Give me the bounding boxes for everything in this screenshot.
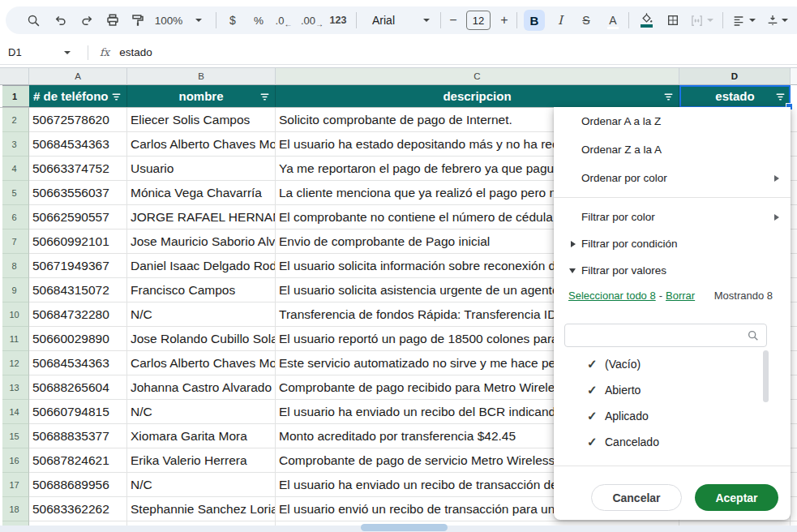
header-cell-nombre[interactable]: nombre: [127, 85, 276, 107]
font-select[interactable]: Arial: [367, 6, 400, 34]
cell[interactable]: 50683362262: [29, 497, 127, 521]
header-cell-descripcion[interactable]: descripcion: [276, 85, 679, 107]
cell[interactable]: Carlos Alberto Chaves Mora: [127, 351, 276, 375]
filter-value-abierto[interactable]: ✓Abierto: [554, 378, 791, 402]
row-header[interactable]: 6: [0, 205, 29, 230]
cell[interactable]: [791, 375, 797, 400]
filter-icon[interactable]: [663, 91, 674, 105]
cell[interactable]: [791, 302, 797, 327]
cell[interactable]: 50660794815: [29, 400, 127, 424]
filter-search-input[interactable]: [564, 324, 767, 347]
menu-item-sort-by-color[interactable]: Ordenar por color: [554, 164, 791, 192]
cell[interactable]: Johanna Castro Alvarado: [127, 375, 276, 400]
cell[interactable]: [791, 497, 797, 521]
menu-item-filter-by-condition[interactable]: Filtrar por condición: [554, 230, 791, 257]
strikethrough-button[interactable]: S: [578, 6, 594, 34]
filter-value-aplicado[interactable]: ✓Aplicado: [554, 404, 791, 428]
row-header[interactable]: 18: [0, 497, 29, 521]
cell[interactable]: 50687824621: [29, 448, 127, 473]
horizontal-scrollbar-thumb[interactable]: [361, 524, 448, 531]
row-header[interactable]: 8: [0, 254, 29, 278]
filter-icon[interactable]: [775, 91, 786, 105]
cell[interactable]: [791, 424, 797, 448]
column-header-c[interactable]: C: [276, 67, 679, 85]
column-header-a[interactable]: A: [29, 67, 127, 85]
cell[interactable]: 50684534363: [29, 132, 127, 157]
font-size-input[interactable]: 12: [465, 6, 491, 34]
cell[interactable]: 50662590557: [29, 205, 127, 230]
column-header-d[interactable]: D: [679, 67, 791, 85]
row-header-1[interactable]: 1: [0, 85, 29, 107]
cell[interactable]: [791, 448, 797, 473]
cell[interactable]: [791, 205, 797, 230]
cell[interactable]: 50684315072: [29, 278, 127, 302]
cell[interactable]: 50660029890: [29, 327, 127, 351]
percent-format-button[interactable]: %: [251, 6, 267, 34]
column-header-e[interactable]: [791, 67, 797, 85]
search-icon[interactable]: [24, 6, 42, 34]
menu-item-filter-by-values[interactable]: Filtrar por valores: [554, 257, 791, 284]
filter-value-vacio[interactable]: ✓(Vacío): [554, 352, 791, 376]
name-box-caret-icon[interactable]: [64, 51, 71, 54]
formula-input[interactable]: estado: [119, 46, 152, 58]
cell[interactable]: [791, 400, 797, 424]
row-header[interactable]: 17: [0, 473, 29, 497]
cell[interactable]: [791, 181, 797, 205]
cell[interactable]: Eliecer Solis Campos: [127, 108, 276, 132]
corner-cell[interactable]: [0, 67, 29, 85]
header-cell-estado[interactable]: estado: [679, 85, 791, 107]
menu-item-filter-by-color[interactable]: Filtrar por color: [554, 204, 791, 230]
increase-decimal-button[interactable]: .00→: [300, 6, 324, 34]
currency-format-button[interactable]: $: [225, 6, 241, 34]
cell[interactable]: [791, 473, 797, 497]
row-header[interactable]: 13: [0, 375, 29, 400]
cell[interactable]: 50688835377: [29, 424, 127, 448]
cell[interactable]: 50663374752: [29, 157, 127, 181]
cell[interactable]: [791, 351, 797, 375]
print-icon[interactable]: [105, 6, 121, 34]
cell[interactable]: Xiomara Garita Mora: [127, 424, 276, 448]
row-header[interactable]: 12: [0, 351, 29, 375]
cell[interactable]: Jose Mauricio Saborio Alvarado: [127, 230, 276, 254]
cell[interactable]: [791, 327, 797, 351]
filter-icon[interactable]: [111, 91, 122, 105]
clear-link[interactable]: Borrar: [666, 290, 695, 302]
cancel-button[interactable]: Cancelar: [591, 484, 682, 511]
row-header[interactable]: 4: [0, 157, 29, 181]
italic-button[interactable]: I: [552, 6, 568, 34]
cell[interactable]: Mónica Vega Chavarría: [127, 181, 276, 205]
cell[interactable]: Usuario: [127, 157, 276, 181]
accept-button[interactable]: Aceptar: [695, 484, 778, 511]
cell[interactable]: [791, 278, 797, 302]
row-header[interactable]: 15: [0, 424, 29, 448]
cell[interactable]: 50688265604: [29, 375, 127, 400]
filter-value-cancelado[interactable]: ✓Cancelado: [554, 430, 791, 454]
cell[interactable]: Stephannie Sanchez Loria: [127, 497, 276, 521]
text-color-button[interactable]: A: [605, 6, 621, 34]
row-header[interactable]: 16: [0, 448, 29, 473]
cell[interactable]: 50663556037: [29, 181, 127, 205]
cell[interactable]: Francisco Campos: [127, 278, 276, 302]
cell[interactable]: 50672578620: [29, 108, 127, 132]
header-cell-telefono[interactable]: # de teléfono: [29, 85, 127, 107]
cell[interactable]: [791, 254, 797, 278]
row-header[interactable]: 3: [0, 132, 29, 157]
paint-format-icon[interactable]: [130, 6, 146, 34]
cell[interactable]: N/C: [127, 473, 276, 497]
row-header[interactable]: 9: [0, 278, 29, 302]
filter-icon[interactable]: [259, 91, 270, 105]
zoom-select[interactable]: 100%: [152, 6, 186, 34]
more-formats-button[interactable]: 123: [328, 6, 349, 34]
list-scrollbar[interactable]: [763, 350, 769, 402]
cell[interactable]: [791, 157, 797, 181]
cell[interactable]: Carlos Alberto Chaves Mora: [127, 132, 276, 157]
column-header-b[interactable]: B: [127, 67, 276, 85]
cell[interactable]: [791, 132, 797, 157]
row-header[interactable]: 11: [0, 327, 29, 351]
cell[interactable]: [791, 230, 797, 254]
undo-icon[interactable]: [53, 6, 69, 34]
cell[interactable]: N/C: [127, 400, 276, 424]
cell[interactable]: [791, 108, 797, 132]
menu-item-sort-za[interactable]: Ordenar Z a la A: [554, 135, 791, 164]
cell[interactable]: N/C: [127, 302, 276, 327]
